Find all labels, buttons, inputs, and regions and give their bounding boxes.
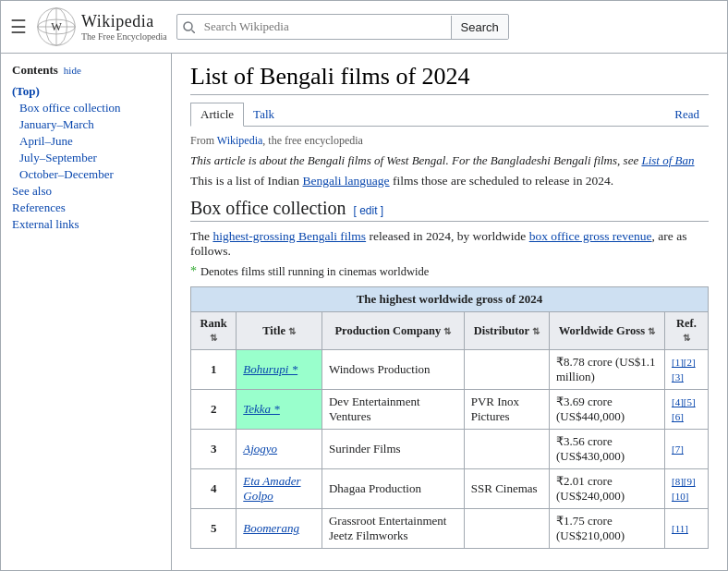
cell-ref: [11] (664, 509, 708, 549)
cell-gross: ₹8.78 crore (US$1.1 million) (549, 350, 664, 390)
table-row: 1 Bohurupi * Windows Production ₹8.78 cr… (191, 350, 709, 390)
svg-line-7 (191, 30, 195, 33)
wikipedia-link[interactable]: Wikipedia (217, 134, 263, 147)
film-title-link[interactable]: Tekka * (243, 402, 280, 416)
cell-rank: 1 (191, 350, 237, 390)
table-row: 5 Boomerang Grassroot Entertainment Jeet… (191, 509, 709, 549)
ref-link[interactable]: [1][2][3] (672, 357, 696, 383)
cell-gross: ₹2.01 crore (US$240,000) (549, 469, 664, 509)
col-gross: Worldwide Gross ⇅ (549, 312, 664, 350)
cell-ref: [7] (664, 430, 708, 469)
col-production: Production Company ⇅ (322, 312, 464, 350)
table-row: 4 Eta Amader Golpo Dhagaa Production SSR… (191, 469, 709, 509)
sidebar-item-top[interactable]: (Top) (12, 83, 160, 100)
col-ref: Ref. ⇅ (664, 312, 708, 350)
box-office-link[interactable]: box office gross revenue (529, 229, 652, 243)
cell-rank: 3 (191, 430, 237, 469)
search-form: Search (176, 14, 509, 40)
sidebar: Contents hide (Top) Box office collectio… (1, 54, 172, 570)
cell-title: Boomerang (237, 509, 322, 549)
box-office-heading: Box office collection [ edit ] (190, 198, 709, 222)
sidebar-item-april-june[interactable]: April–June (12, 133, 160, 150)
wikipedia-wordmark: Wikipedia (81, 12, 167, 31)
ref-link[interactable]: [8][9][10] (672, 476, 696, 502)
cell-distributor: SSR Cinemas (464, 469, 549, 509)
main-area: Contents hide (Top) Box office collectio… (1, 54, 727, 570)
cell-distributor: PVR Inox Pictures (464, 390, 549, 430)
cell-production: Grassroot Entertainment Jeetz Filmworks (322, 509, 464, 549)
cell-distributor (464, 509, 549, 549)
cell-production: Dev Entertainment Ventures (322, 390, 464, 430)
tab-read[interactable]: Read (665, 103, 709, 126)
table-row: 3 Ajogyo Surinder Films ₹3.56 crore (US$… (191, 430, 709, 469)
intro-text: This is a list of Indian Bengali languag… (190, 174, 709, 188)
cell-title: Ajogyo (237, 430, 322, 469)
search-input[interactable] (200, 15, 451, 39)
ref-link[interactable]: [11] (672, 523, 688, 534)
cell-production: Surinder Films (322, 430, 464, 469)
sidebar-item-oct-dec[interactable]: October–December (12, 166, 160, 183)
hamburger-menu-icon[interactable]: ☰ (10, 16, 27, 38)
wikipedia-globe-icon: W (36, 6, 77, 47)
edit-link[interactable]: [ edit ] (353, 204, 383, 217)
cell-title: Bohurupi * (237, 350, 322, 390)
cell-ref: [8][9][10] (664, 469, 708, 509)
sidebar-item-box-office[interactable]: Box office collection (12, 100, 160, 116)
cell-distributor (464, 430, 549, 469)
svg-text:W: W (51, 20, 62, 33)
film-title-link[interactable]: Boomerang (243, 521, 299, 535)
cell-gross: ₹3.69 crore (US$440,000) (549, 390, 664, 430)
cell-production: Windows Production (322, 350, 464, 390)
sidebar-item-jan-march[interactable]: January–March (12, 116, 160, 133)
col-title: Title ⇅ (237, 312, 322, 350)
cell-title: Eta Amader Golpo (237, 469, 322, 509)
svg-point-6 (184, 22, 192, 30)
film-table: The highest worldwide gross of 2024 Rank… (190, 286, 709, 549)
table-row: 2 Tekka * Dev Entertainment Ventures PVR… (191, 390, 709, 430)
header: ☰ W Wikipedia The Free Encyclopedia Sear… (1, 1, 727, 54)
wikipedia-tagline: The Free Encyclopedia (81, 31, 167, 42)
tab-talk[interactable]: Talk (244, 103, 284, 126)
ref-link[interactable]: [7] (672, 443, 684, 455)
wikipedia-logo[interactable]: W Wikipedia The Free Encyclopedia (36, 6, 167, 47)
cell-rank: 4 (191, 469, 237, 509)
article-content: List of Bengali films of 2024 Article Ta… (172, 54, 727, 570)
page-title: List of Bengali films of 2024 (190, 63, 709, 95)
cell-gross: ₹3.56 crore (US$430,000) (549, 430, 664, 469)
gross-description: The highest-grossing Bengali films relea… (190, 229, 709, 259)
film-title-link[interactable]: Eta Amader Golpo (243, 474, 300, 503)
sidebar-item-july-sep[interactable]: July–September (12, 150, 160, 166)
ref-link[interactable]: [4][5][6] (672, 396, 696, 422)
tab-article[interactable]: Article (190, 103, 244, 127)
denotes-note: * Denotes films still running in cinemas… (190, 264, 709, 279)
cell-ref: [4][5][6] (664, 390, 708, 430)
search-button[interactable]: Search (451, 16, 508, 39)
cell-distributor (464, 350, 549, 390)
cell-title: Tekka * (237, 390, 322, 430)
cell-ref: [1][2][3] (664, 350, 708, 390)
sidebar-item-see-also[interactable]: See also (12, 183, 160, 200)
table-title: The highest worldwide gross of 2024 (191, 287, 709, 312)
italic-note: This article is about the Bengali films … (190, 153, 709, 168)
cell-production: Dhagaa Production (322, 469, 464, 509)
list-of-ban-link[interactable]: List of Ban (641, 153, 694, 167)
cell-gross: ₹1.75 crore (US$210,000) (549, 509, 664, 549)
from-line: From Wikipedia, the free encyclopedia (190, 134, 709, 148)
hide-toc-button[interactable]: hide (64, 65, 81, 76)
film-title-link[interactable]: Ajogyo (243, 442, 277, 456)
cell-rank: 5 (191, 509, 237, 549)
contents-label: Contents (12, 63, 58, 78)
sidebar-item-references[interactable]: References (12, 200, 160, 216)
green-star-icon: * (190, 264, 197, 279)
search-icon (177, 18, 200, 37)
col-distributor: Distributor ⇅ (464, 312, 549, 350)
cell-rank: 2 (191, 390, 237, 430)
col-rank: Rank ⇅ (191, 312, 237, 350)
bengali-language-link[interactable]: Bengali language (303, 174, 390, 188)
highest-grossing-link[interactable]: highest-grossing Bengali films (212, 229, 366, 243)
article-tabs: Article Talk Read (190, 103, 709, 127)
sidebar-item-external-links[interactable]: External links (12, 216, 160, 233)
film-title-link[interactable]: Bohurupi * (243, 362, 297, 376)
